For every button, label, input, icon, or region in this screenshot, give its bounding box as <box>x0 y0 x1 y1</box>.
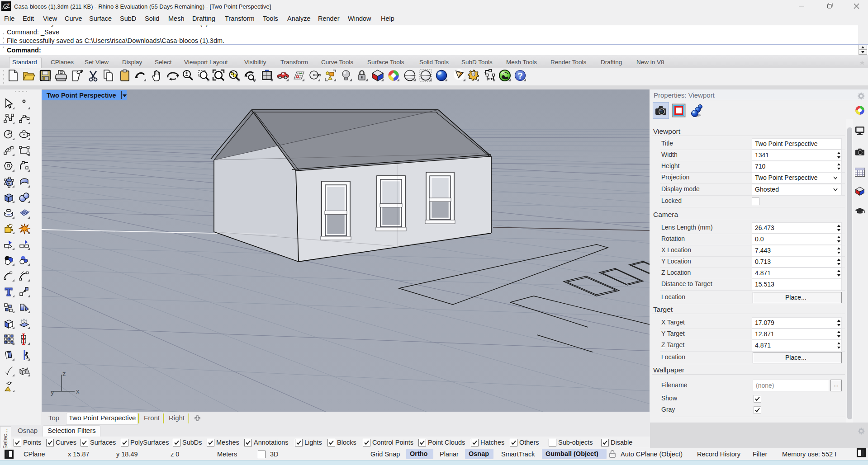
svg-text:z: z <box>62 370 66 377</box>
svg-text:8: 8 <box>8 2 9 5</box>
svg-text:?: ? <box>517 71 523 80</box>
svg-text:y: y <box>51 388 54 396</box>
svg-text:x: x <box>76 387 80 395</box>
